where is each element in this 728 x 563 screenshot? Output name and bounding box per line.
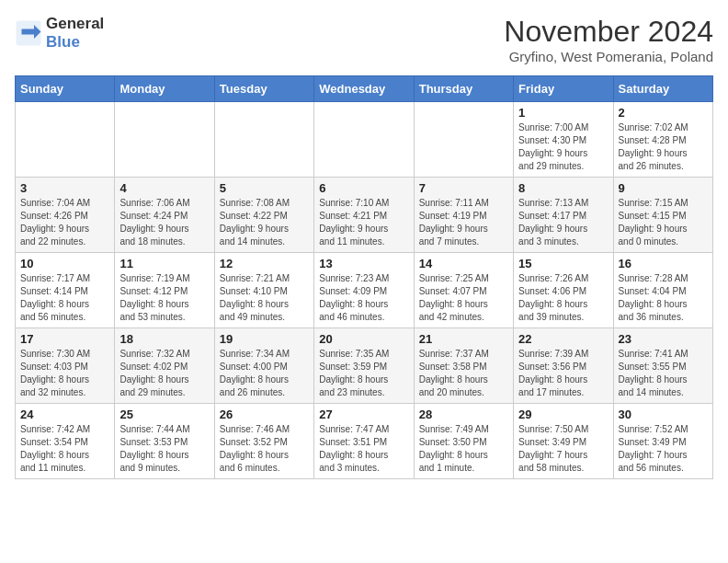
calendar-header-cell: Monday [115,76,214,102]
day-number: 25 [119,408,209,421]
month-year: November 2024 [504,15,713,49]
calendar-day-cell: 7Sunrise: 7:11 AM Sunset: 4:19 PM Daylig… [414,178,513,253]
day-info: Sunrise: 7:21 AM Sunset: 4:10 PM Dayligh… [220,272,309,324]
calendar-day-cell: 15Sunrise: 7:26 AM Sunset: 4:06 PM Dayli… [514,253,613,328]
calendar-day-cell: 10Sunrise: 7:17 AM Sunset: 4:14 PM Dayli… [16,253,115,328]
day-info: Sunrise: 7:06 AM Sunset: 4:24 PM Dayligh… [119,197,209,248]
calendar-week-row: 17Sunrise: 7:30 AM Sunset: 4:03 PM Dayli… [16,328,713,404]
calendar-day-cell: 18Sunrise: 7:32 AM Sunset: 4:02 PM Dayli… [115,328,214,404]
day-number: 2 [619,106,708,120]
calendar-day-cell: 29Sunrise: 7:50 AM Sunset: 3:49 PM Dayli… [514,404,613,479]
day-info: Sunrise: 7:44 AM Sunset: 3:53 PM Dayligh… [119,423,209,475]
calendar-day-cell [414,102,513,178]
day-number: 14 [419,257,508,270]
calendar-header-row: SundayMondayTuesdayWednesdayThursdayFrid… [16,76,713,102]
day-info: Sunrise: 7:30 AM Sunset: 4:03 PM Dayligh… [20,348,109,399]
calendar-day-cell: 27Sunrise: 7:47 AM Sunset: 3:51 PM Dayli… [314,404,414,479]
calendar-day-cell: 25Sunrise: 7:44 AM Sunset: 3:53 PM Dayli… [115,404,214,479]
logo: General Blue [15,15,104,52]
calendar-day-cell: 30Sunrise: 7:52 AM Sunset: 3:49 PM Dayli… [613,404,712,479]
day-number: 26 [220,408,309,421]
day-number: 10 [20,257,109,270]
calendar-day-cell: 19Sunrise: 7:34 AM Sunset: 4:00 PM Dayli… [214,328,313,404]
calendar-day-cell: 1Sunrise: 7:00 AM Sunset: 4:30 PM Daylig… [514,102,613,178]
location: Gryfino, West Pomerania, Poland [504,49,713,64]
day-info: Sunrise: 7:42 AM Sunset: 3:54 PM Dayligh… [20,423,109,475]
day-number: 30 [619,408,708,421]
day-number: 29 [518,408,608,421]
calendar-day-cell: 22Sunrise: 7:39 AM Sunset: 3:56 PM Dayli… [514,328,613,404]
day-info: Sunrise: 7:13 AM Sunset: 4:17 PM Dayligh… [518,197,608,248]
calendar-header-cell: Wednesday [314,76,414,102]
calendar-day-cell: 3Sunrise: 7:04 AM Sunset: 4:26 PM Daylig… [16,178,115,253]
day-number: 11 [119,257,209,270]
calendar-week-row: 10Sunrise: 7:17 AM Sunset: 4:14 PM Dayli… [16,253,713,328]
calendar-day-cell [115,102,214,178]
calendar-day-cell: 28Sunrise: 7:49 AM Sunset: 3:50 PM Dayli… [414,404,513,479]
calendar-day-cell: 8Sunrise: 7:13 AM Sunset: 4:17 PM Daylig… [514,178,613,253]
day-number: 13 [319,257,408,270]
day-info: Sunrise: 7:41 AM Sunset: 3:55 PM Dayligh… [619,348,708,399]
day-info: Sunrise: 7:28 AM Sunset: 4:04 PM Dayligh… [619,272,708,324]
day-info: Sunrise: 7:35 AM Sunset: 3:59 PM Dayligh… [319,348,408,399]
calendar-table: SundayMondayTuesdayWednesdayThursdayFrid… [15,75,713,479]
day-number: 16 [619,257,708,270]
day-info: Sunrise: 7:15 AM Sunset: 4:15 PM Dayligh… [619,197,708,248]
calendar-day-cell: 2Sunrise: 7:02 AM Sunset: 4:28 PM Daylig… [613,102,712,178]
day-number: 24 [20,408,109,421]
day-info: Sunrise: 7:19 AM Sunset: 4:12 PM Dayligh… [119,272,209,324]
day-number: 23 [619,332,708,346]
day-number: 27 [319,408,408,421]
day-info: Sunrise: 7:04 AM Sunset: 4:26 PM Dayligh… [20,197,109,248]
day-info: Sunrise: 7:52 AM Sunset: 3:49 PM Dayligh… [619,423,708,475]
day-number: 12 [220,257,309,270]
logo-icon [15,19,42,47]
logo-text: General Blue [46,15,104,52]
day-number: 5 [220,181,309,195]
day-number: 7 [419,181,508,195]
calendar-day-cell: 24Sunrise: 7:42 AM Sunset: 3:54 PM Dayli… [16,404,115,479]
calendar-day-cell: 13Sunrise: 7:23 AM Sunset: 4:09 PM Dayli… [314,253,414,328]
day-info: Sunrise: 7:46 AM Sunset: 3:52 PM Dayligh… [220,423,309,475]
calendar-header-cell: Tuesday [214,76,313,102]
calendar-day-cell: 20Sunrise: 7:35 AM Sunset: 3:59 PM Dayli… [314,328,414,404]
day-info: Sunrise: 7:25 AM Sunset: 4:07 PM Dayligh… [419,272,508,324]
day-number: 21 [419,332,508,346]
day-number: 6 [319,181,408,195]
day-number: 3 [20,181,109,195]
day-info: Sunrise: 7:08 AM Sunset: 4:22 PM Dayligh… [220,197,309,248]
day-info: Sunrise: 7:02 AM Sunset: 4:28 PM Dayligh… [619,121,708,173]
day-number: 1 [518,106,608,120]
calendar-day-cell: 16Sunrise: 7:28 AM Sunset: 4:04 PM Dayli… [613,253,712,328]
day-number: 17 [20,332,109,346]
calendar-header-cell: Thursday [414,76,513,102]
calendar-day-cell: 4Sunrise: 7:06 AM Sunset: 4:24 PM Daylig… [115,178,214,253]
calendar-day-cell: 5Sunrise: 7:08 AM Sunset: 4:22 PM Daylig… [214,178,313,253]
day-number: 9 [619,181,708,195]
day-info: Sunrise: 7:50 AM Sunset: 3:49 PM Dayligh… [518,423,608,475]
calendar-day-cell: 6Sunrise: 7:10 AM Sunset: 4:21 PM Daylig… [314,178,414,253]
day-number: 28 [419,408,508,421]
day-info: Sunrise: 7:26 AM Sunset: 4:06 PM Dayligh… [518,272,608,324]
calendar-day-cell [16,102,115,178]
day-info: Sunrise: 7:39 AM Sunset: 3:56 PM Dayligh… [518,348,608,399]
page-header: General Blue November 2024 Gryfino, West… [15,15,713,64]
day-info: Sunrise: 7:37 AM Sunset: 3:58 PM Dayligh… [419,348,508,399]
calendar-body: 1Sunrise: 7:00 AM Sunset: 4:30 PM Daylig… [16,102,713,479]
day-number: 15 [518,257,608,270]
day-number: 20 [319,332,408,346]
day-number: 18 [119,332,209,346]
calendar-day-cell [214,102,313,178]
day-info: Sunrise: 7:34 AM Sunset: 4:00 PM Dayligh… [220,348,309,399]
day-info: Sunrise: 7:17 AM Sunset: 4:14 PM Dayligh… [20,272,109,324]
calendar-day-cell: 9Sunrise: 7:15 AM Sunset: 4:15 PM Daylig… [613,178,712,253]
day-number: 8 [518,181,608,195]
calendar-header-cell: Friday [514,76,613,102]
calendar-day-cell: 14Sunrise: 7:25 AM Sunset: 4:07 PM Dayli… [414,253,513,328]
day-info: Sunrise: 7:10 AM Sunset: 4:21 PM Dayligh… [319,197,408,248]
calendar-week-row: 3Sunrise: 7:04 AM Sunset: 4:26 PM Daylig… [16,178,713,253]
day-info: Sunrise: 7:47 AM Sunset: 3:51 PM Dayligh… [319,423,408,475]
title-block: November 2024 Gryfino, West Pomerania, P… [504,15,713,64]
calendar-week-row: 24Sunrise: 7:42 AM Sunset: 3:54 PM Dayli… [16,404,713,479]
day-info: Sunrise: 7:49 AM Sunset: 3:50 PM Dayligh… [419,423,508,475]
